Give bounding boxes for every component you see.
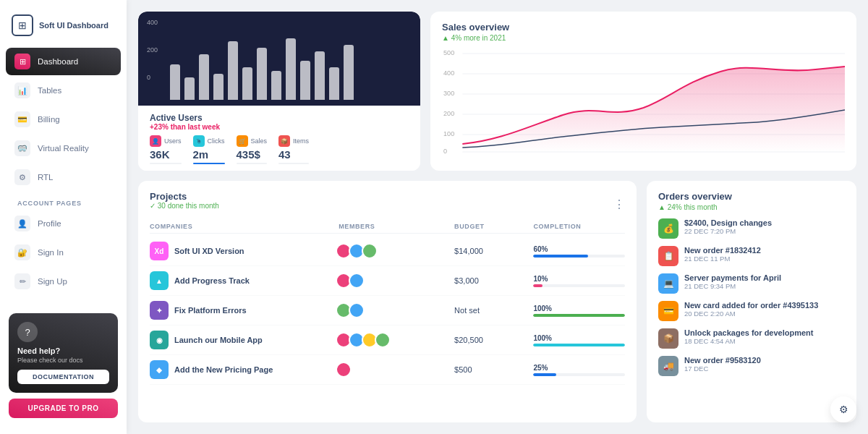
sidebar-item-tables[interactable]: 📊 Tables xyxy=(6,77,121,104)
order-icon: 📋 xyxy=(658,246,678,266)
sidebar-item-rtl[interactable]: ⚙ RTL xyxy=(6,163,121,191)
order-name: Unlock packages for development xyxy=(684,328,845,337)
sales-sub: 4% more in 2021 xyxy=(442,34,845,42)
stat-item-clicks: 🖱 Clicks 2m xyxy=(193,135,225,164)
stat-icon-row: 👤 Users xyxy=(150,135,182,147)
order-date: 17 DEC xyxy=(684,365,845,373)
stat-value: 43 xyxy=(278,148,309,161)
th-budget: BUDGET xyxy=(454,223,527,230)
order-name: New order #1832412 xyxy=(684,246,845,255)
completion-pct: 100% xyxy=(533,305,625,312)
progress-fill xyxy=(533,284,542,287)
order-name: $2400, Design changes xyxy=(684,218,845,227)
main-content: 400 200 0 Active Users +23% than last we… xyxy=(127,0,868,434)
stats-row: 👤 Users 36K 🖱 Clicks 2m 🛒 Sales 435$ 📦 I… xyxy=(150,135,409,164)
order-item: 📋 New order #1832412 21 DEC 11 PM xyxy=(658,246,845,266)
company-cell: ▲ Add Progress Track xyxy=(150,271,333,290)
chart-bar xyxy=(315,51,325,101)
order-item: 🚚 New order #9583120 17 DEC xyxy=(658,356,845,376)
sidebar-bottom: ? Need help? Please check our docs DOCUM… xyxy=(0,306,127,425)
order-item: 📦 Unlock packages for development 18 DEC… xyxy=(658,328,845,349)
members-cell xyxy=(339,362,448,378)
help-card-icon: ? xyxy=(17,322,38,342)
progress-fill xyxy=(533,255,588,258)
sidebar-item-virtual-reality[interactable]: 🥽 Virtual Reality xyxy=(6,135,121,162)
sales-chart-svg: 500 400 300 200 100 0 xyxy=(442,46,845,155)
progress-bar xyxy=(533,344,625,346)
members-cell xyxy=(339,332,448,348)
account-icon: 👤 xyxy=(14,216,30,231)
order-date: 20 DEC 2:20 AM xyxy=(684,310,845,318)
account-icon: 🔐 xyxy=(14,244,30,260)
stat-label: Sales xyxy=(251,137,268,145)
th-companies: COMPANIES xyxy=(150,223,333,230)
active-users-info: Active Users +23% than last week 👤 Users… xyxy=(138,106,420,171)
bottom-row: Projects 30 done this month ⋮ COMPANIES … xyxy=(138,181,856,422)
chart-label-400: 400 xyxy=(147,19,158,26)
orders-overview-card: Orders overview 24% this month 💰 $2400, … xyxy=(647,181,856,422)
account-item-profile[interactable]: 👤 Profile xyxy=(6,210,121,237)
budget-cell: $3,000 xyxy=(454,276,527,285)
chart-bar xyxy=(213,74,224,100)
svg-text:100: 100 xyxy=(443,130,454,137)
table-row: ▲ Add Progress Track $3,000 10% xyxy=(150,266,625,296)
settings-fab[interactable]: ⚙ xyxy=(830,396,856,422)
projects-menu-button[interactable]: ⋮ xyxy=(613,197,625,211)
members-cell xyxy=(339,273,448,289)
documentation-button[interactable]: DOCUMENTATION xyxy=(17,370,109,384)
stat-icon: 👤 xyxy=(150,135,161,147)
stat-value: 2m xyxy=(193,148,225,161)
pink-area xyxy=(462,67,845,152)
order-item: 💰 $2400, Design changes 22 DEC 7:20 PM xyxy=(658,218,845,239)
upgrade-button[interactable]: UPGRADE TO PRO xyxy=(9,399,118,418)
company-name: Fix Platform Errors xyxy=(174,306,247,315)
budget-cell: Not set xyxy=(454,306,527,315)
projects-title-area: Projects 30 done this month xyxy=(150,191,219,217)
account-label: Sign Up xyxy=(38,277,67,286)
nav-icon: 💳 xyxy=(14,111,30,127)
svg-text:300: 300 xyxy=(443,90,454,97)
th-members: MEMBERS xyxy=(339,223,448,230)
chart-bar xyxy=(257,48,267,100)
nav-label: Billing xyxy=(38,115,60,124)
sidebar-item-billing[interactable]: 💳 Billing xyxy=(6,106,121,133)
account-item-sign-up[interactable]: ✏ Sign Up xyxy=(6,268,121,295)
progress-fill xyxy=(533,314,625,317)
company-name: Launch our Mobile App xyxy=(174,336,263,344)
order-info: $2400, Design changes 22 DEC 7:20 PM xyxy=(684,218,845,235)
chart-bar xyxy=(242,67,252,100)
order-info: New order #9583120 17 DEC xyxy=(684,356,845,373)
orders-sub: 24% this month xyxy=(658,203,845,211)
progress-fill xyxy=(533,344,625,346)
chart-bar xyxy=(271,71,281,101)
bars-container xyxy=(150,20,409,100)
account-item-sign-in[interactable]: 🔐 Sign In xyxy=(6,239,121,266)
sidebar-item-dashboard[interactable]: ⊞ Dashboard xyxy=(6,48,121,75)
chart-bar xyxy=(170,64,180,101)
help-card: ? Need help? Please check our docs DOCUM… xyxy=(9,313,118,393)
stat-item-items: 📦 Items 43 xyxy=(278,135,309,164)
member-avatar xyxy=(362,243,378,259)
company-name: Add the New Pricing Page xyxy=(174,365,273,374)
svg-text:200: 200 xyxy=(443,110,454,117)
chart-bar xyxy=(286,38,296,101)
completion-pct: 10% xyxy=(533,275,625,283)
nav-icon: ⊞ xyxy=(14,54,30,69)
member-avatar xyxy=(336,362,352,378)
th-completion: COMPLETION xyxy=(533,223,625,230)
order-icon: 💳 xyxy=(658,301,678,321)
company-logo: ▲ xyxy=(150,271,169,290)
order-item: 💻 Server payments for April 21 DEC 9:34 … xyxy=(658,273,845,294)
nav-icon: 📊 xyxy=(14,82,30,98)
active-users-subtext: than last week xyxy=(171,123,220,131)
help-card-title: Need help? xyxy=(17,346,109,355)
chart-label-200: 200 xyxy=(147,46,158,54)
stat-icon: 🛒 xyxy=(237,135,248,147)
chart-label-0: 0 xyxy=(147,74,158,81)
stat-icon-row: 🛒 Sales xyxy=(237,135,268,147)
company-logo: ◉ xyxy=(150,331,169,349)
table-header: COMPANIES MEMBERS BUDGET COMPLETION xyxy=(150,220,625,234)
orders-list: 💰 $2400, Design changes 22 DEC 7:20 PM 📋… xyxy=(658,218,845,376)
members-cell xyxy=(339,302,448,318)
order-name: New card added for order #4395133 xyxy=(684,301,845,310)
